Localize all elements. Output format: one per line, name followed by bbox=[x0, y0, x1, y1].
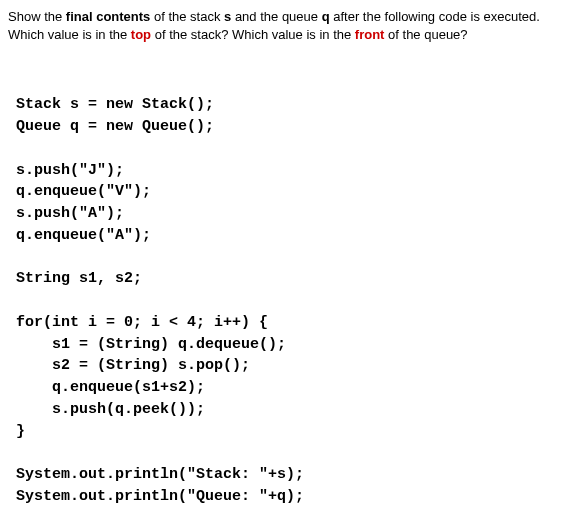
question-part1: Show the bbox=[8, 9, 66, 24]
question-bold1: final contents bbox=[66, 9, 151, 24]
question-text: Show the final contents of the stack s a… bbox=[8, 8, 577, 44]
question-part7: of the queue? bbox=[384, 27, 467, 42]
question-part3: and the queue bbox=[231, 9, 321, 24]
question-bold3: q bbox=[322, 9, 330, 24]
question-red1: top bbox=[131, 27, 151, 42]
question-part4: after the following code is executed. bbox=[330, 9, 540, 24]
question-part6: of the stack? Which value is in the bbox=[151, 27, 355, 42]
question-red2: front bbox=[355, 27, 385, 42]
code-block: Stack s = new Stack(); Queue q = new Que… bbox=[16, 94, 577, 507]
question-part2: of the stack bbox=[150, 9, 224, 24]
question-part5: Which value is in the bbox=[8, 27, 131, 42]
